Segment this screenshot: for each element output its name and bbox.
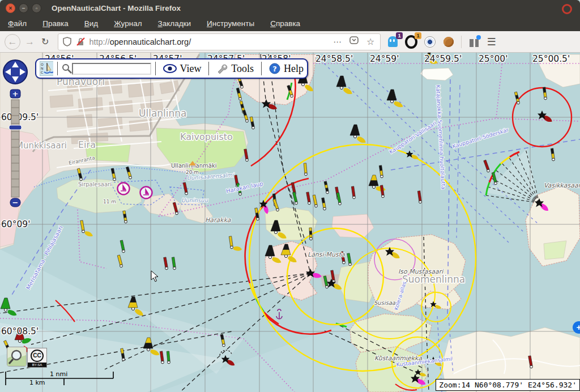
building-block [50, 95, 73, 108]
bookmark-star-icon[interactable]: ☆ [366, 36, 374, 47]
menu-item-1[interactable]: Правка [35, 19, 76, 28]
svg-text:?: ? [272, 65, 277, 73]
graticule-label: 24°59.5' [424, 54, 462, 64]
spar-buoy [123, 214, 126, 218]
buoy-base [80, 178, 83, 181]
svg-text:O: O [41, 62, 44, 66]
cc-license-badge[interactable]: CC BY-SA [27, 348, 47, 368]
page-actions-icon[interactable]: ⋯ [334, 37, 342, 46]
graticule-label: 60°09' [1, 219, 30, 229]
pan-control[interactable] [3, 60, 27, 84]
buoy-base [343, 261, 346, 264]
buoy-base [122, 250, 125, 253]
buoy-base [173, 267, 176, 270]
buoy-base [252, 126, 255, 129]
menu-item-4[interactable]: Закладки [150, 19, 199, 28]
buoy-base [487, 169, 490, 172]
buoy-base [315, 204, 318, 207]
graticule-label: 60°08.5' [1, 326, 39, 336]
pocket-icon[interactable] [349, 36, 359, 47]
window-title: OpenNauticalChart - Mozilla Firefox [52, 4, 181, 12]
buoy-base [339, 202, 342, 205]
building-block [67, 114, 92, 127]
shield-icon[interactable] [63, 37, 71, 46]
map-panzoom-control[interactable]: + − [1, 57, 31, 211]
url-bar[interactable]: http://opennauticalchart.org/ ⋯ ☆ [58, 33, 381, 50]
ring-extension-icon[interactable]: 1 [405, 36, 417, 48]
navigation-toolbar: ← → ↻ http://opennauticalchart.org/ ⋯ ☆ [0, 31, 580, 53]
svg-text:−: − [12, 198, 19, 207]
buoy-base [125, 220, 127, 223]
zoom-coordinates-text: Zoom:14 N60°08.779' E24°56.932' [439, 381, 577, 389]
view-button[interactable]: View [160, 63, 205, 75]
graticule-label: 24°59' [370, 54, 399, 64]
buoy-base [326, 191, 329, 194]
window-close-button[interactable]: × [6, 3, 15, 13]
url-scheme: http:// [89, 37, 109, 46]
map-label: Länsi-Musta [308, 251, 345, 258]
forward-button[interactable]: → [25, 37, 35, 46]
reload-button[interactable]: ↻ [41, 37, 49, 46]
menu-item-5[interactable]: Инструменты [199, 19, 262, 28]
buoy-base [165, 267, 168, 270]
url-host: opennauticalchart.org/ [110, 37, 191, 46]
buoy-base [308, 202, 311, 204]
buoy-base [323, 207, 326, 210]
map-label: Harakka [205, 216, 231, 224]
map-label: Uuninsuu [181, 197, 208, 203]
back-button[interactable]: ← [5, 34, 20, 50]
buoy-base [113, 178, 116, 181]
buoy-base [310, 237, 313, 240]
ring-extension-badge: 1 [415, 32, 421, 39]
buoy-base [231, 246, 233, 249]
buoy-base [494, 182, 497, 185]
map-label: Eira [78, 139, 96, 150]
ghost-extension-icon[interactable]: 1 [386, 36, 399, 48]
buoy-base [517, 101, 520, 104]
help-button[interactable]: ? Help [266, 63, 307, 75]
onc-logo: O N C [40, 61, 53, 76]
menu-item-3[interactable]: Журнал [106, 19, 150, 28]
buoy-base [349, 263, 352, 266]
whats-new-gift-icon[interactable] [468, 36, 480, 48]
scale-bar: 1 nmi 1 km [5, 369, 118, 387]
spar-buoy [543, 87, 546, 93]
map-label: Vasikkasaari [544, 182, 580, 189]
menu-item-2[interactable]: Вид [76, 19, 106, 28]
buoy-base [530, 365, 533, 368]
spar-buoy [309, 228, 312, 231]
land-area [544, 241, 566, 259]
window-minimize-button[interactable]: – [19, 3, 28, 13]
svg-text:+: + [12, 90, 19, 98]
insecure-lock-icon[interactable] [76, 37, 86, 46]
ghost-extension-badge: 1 [396, 32, 403, 39]
buoy-base [129, 176, 132, 179]
menu-item-0[interactable]: Файл [0, 19, 35, 28]
view-label: View [180, 63, 202, 75]
cookie-extension-icon[interactable] [442, 36, 455, 48]
buoy-base [239, 193, 242, 195]
buoy-base [241, 86, 244, 88]
zoom-slider-track[interactable] [11, 100, 19, 197]
buoy-base [185, 192, 188, 195]
chart-search-input[interactable] [72, 63, 151, 75]
zoom-slider-handle[interactable] [9, 125, 22, 130]
overview-map-button[interactable] [7, 347, 27, 367]
building-block [109, 100, 133, 113]
map-label: 11 m [103, 199, 116, 204]
menu-item-6[interactable]: Справка [262, 19, 308, 28]
buoy-base [82, 230, 85, 233]
window-maximize-button[interactable]: ▫ [32, 3, 41, 13]
tools-button[interactable]: Tools [213, 63, 257, 75]
buoy-base [419, 201, 422, 203]
scale-km-label: 1 km [29, 379, 45, 386]
spar-buoy [309, 231, 312, 235]
privacy-eye-extension-icon[interactable] [424, 36, 436, 48]
buoy-base [176, 212, 178, 215]
buoy-base [326, 286, 329, 288]
app-menu-icon[interactable]: ☰ [487, 36, 496, 48]
map-label: Kaivopuisto [180, 131, 233, 142]
tools-label: Tools [231, 63, 254, 75]
spar-buoy [272, 194, 276, 199]
cc-icon: CC [31, 350, 44, 362]
